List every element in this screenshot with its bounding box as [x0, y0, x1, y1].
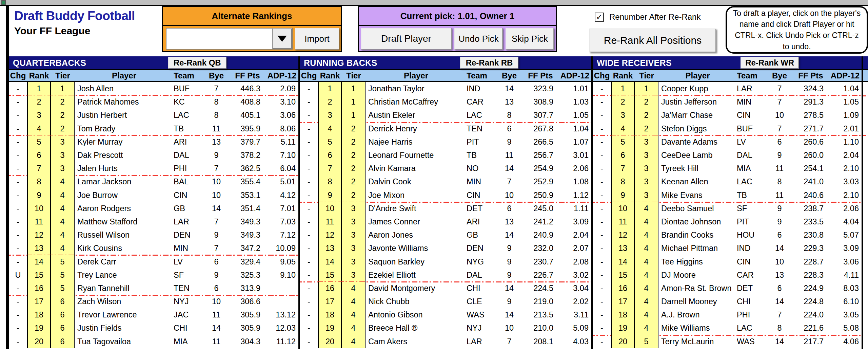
cell-player[interactable]: Deebo Samuel [658, 202, 737, 215]
cell-team: PIT [737, 215, 767, 228]
cell-chg: - [9, 242, 27, 255]
rerank-button[interactable]: Re-Rank RB [460, 57, 518, 69]
player-row: -84Lamar JacksonBAL10355.45.01 [9, 175, 298, 188]
table-body: -11Cooper KuppLAR7324.31.04-22Justin Jef… [593, 82, 862, 349]
cell-player[interactable]: Michael Pittman [658, 242, 737, 255]
cell-rank: 5 [318, 135, 342, 149]
col-header-chg: Chg [9, 70, 27, 81]
cell-player[interactable]: Lamar Jackson [75, 175, 174, 188]
alternate-rankings-dropdown[interactable] [166, 28, 293, 50]
cell-player[interactable]: Zach Wilson [75, 295, 174, 308]
cell-player[interactable]: CeeDee Lamb [658, 149, 737, 162]
cell-player[interactable]: Brandin Cooks [658, 228, 737, 242]
cell-player[interactable]: Derrick Henry [366, 122, 467, 135]
cell-player[interactable]: Saquon Barkley [366, 255, 467, 268]
cell-player[interactable]: Aaron Rodgers [75, 202, 174, 215]
cell-player[interactable]: Tom Brady [75, 122, 174, 135]
undo-pick-button[interactable]: Undo Pick [454, 28, 503, 50]
cell-player[interactable]: Derek Carr [75, 255, 174, 268]
cell-bye: 6 [497, 122, 521, 135]
cell-tier: 4 [635, 228, 658, 242]
cell-player[interactable]: Stefon Diggs [658, 122, 737, 135]
cell-player[interactable]: Austin Ekeler [366, 109, 467, 122]
cell-ffpts: 228.3 [792, 269, 830, 282]
player-row: -134Kirk CousinsMIN7347.210.09 [9, 242, 298, 255]
cell-player[interactable]: Aaron Jones [366, 228, 467, 242]
cell-player[interactable]: Joe Burrow [75, 189, 174, 202]
cell-player[interactable]: Tyreek Hill [658, 162, 737, 175]
cell-chg: - [300, 109, 318, 122]
cell-player[interactable]: Dalvin Cook [366, 175, 467, 188]
cell-player[interactable]: Patrick Mahomes [75, 95, 174, 109]
cell-player[interactable]: Antonio Gibson [366, 308, 467, 322]
cell-player[interactable]: Najee Harris [366, 135, 467, 149]
cell-player[interactable]: Nick Chubb [366, 295, 467, 308]
col-header-adp-12: ADP-12 [559, 70, 591, 81]
cell-player[interactable]: Jalen Hurts [75, 162, 174, 175]
cell-player[interactable]: Justin Jefferson [658, 95, 737, 109]
skip-pick-button[interactable]: Skip Pick [506, 28, 554, 50]
cell-player[interactable]: Tua Tagovailoa [75, 335, 174, 348]
cell-player[interactable]: Trevor Lawrence [75, 308, 174, 322]
rerank-button[interactable]: Re-Rank QB [168, 57, 226, 69]
cell-player[interactable]: Joe Mixon [366, 189, 467, 202]
cell-player[interactable]: Amon-Ra St. Brown [658, 282, 737, 295]
cell-player[interactable]: Darnell Mooney [658, 295, 737, 308]
cell-player[interactable]: Cooper Kupp [658, 82, 737, 95]
cell-player[interactable]: Mike Williams [658, 322, 737, 335]
cell-player[interactable]: Jonathan Taylor [366, 82, 467, 95]
cell-tier: 6 [51, 335, 75, 348]
cell-player[interactable]: Alvin Kamara [366, 162, 467, 175]
cell-player[interactable]: DJ Moore [658, 269, 737, 282]
cell-chg: - [300, 202, 318, 215]
cell-player[interactable]: Javonte Williams [366, 242, 467, 255]
cell-player[interactable]: Josh Allen [75, 82, 174, 95]
cell-player[interactable]: James Conner [366, 215, 467, 228]
cell-player[interactable]: Davante Adams [658, 135, 737, 149]
cell-player[interactable]: Tee Higgins [658, 255, 737, 268]
cell-ffpts: 228.7 [792, 255, 830, 268]
cell-player[interactable]: Russell Wilson [75, 228, 174, 242]
cell-player[interactable]: Diontae Johnson [658, 215, 737, 228]
cell-player[interactable]: Kirk Cousins [75, 242, 174, 255]
cell-player[interactable]: Justin Herbert [75, 109, 174, 122]
cell-player[interactable]: Dak Prescott [75, 149, 174, 162]
import-button[interactable]: Import [295, 28, 339, 50]
rerank-button[interactable]: Re-Rank WR [741, 57, 799, 69]
cell-player[interactable]: Kyler Murray [75, 135, 174, 149]
cell-player[interactable]: Trey Lance [75, 269, 174, 282]
cell-player[interactable]: Mike Evans [658, 189, 737, 202]
cell-adp: 2.09 [267, 82, 298, 95]
cell-adp: 4.12 [267, 189, 298, 202]
cell-chg: - [300, 149, 318, 162]
dropdown-value[interactable] [166, 29, 272, 49]
draft-player-button[interactable]: Draft Player [361, 28, 452, 50]
cell-player[interactable]: Matthew Stafford [75, 215, 174, 228]
cell-player[interactable]: Christian McCaffrey [366, 95, 467, 109]
cell-team: DAL [467, 269, 497, 282]
cell-player[interactable]: Ja'Marr Chase [658, 109, 737, 122]
cell-chg: - [9, 308, 27, 322]
cell-adp: 2.10 [830, 189, 862, 202]
cell-tier: 1 [342, 95, 366, 109]
column-header-row: ChgRankTierPlayerTeamByeFF PtsADP-12 [9, 69, 298, 82]
cell-player[interactable]: Terry McLaurin [658, 335, 737, 348]
cell-player[interactable]: Leonard Fournette [366, 149, 467, 162]
cell-player[interactable]: Cam Akers [366, 335, 467, 348]
cell-ffpts: 210.0 [521, 322, 559, 335]
cell-player[interactable]: Ryan Tannehill [75, 282, 174, 295]
renumber-checkbox[interactable]: ✓ [595, 13, 604, 22]
rerank-all-positions-button[interactable]: Re-Rank All Positions [589, 29, 716, 52]
cell-player[interactable]: Ezekiel Elliott [366, 269, 467, 282]
cell-rank: 2 [318, 95, 342, 109]
cell-player[interactable]: D'Andre Swift [366, 202, 467, 215]
cell-bye: 9 [497, 255, 521, 268]
cell-adp: 8.06 [267, 122, 298, 135]
cell-selection-handle[interactable] [1, 0, 6, 5]
cell-player[interactable]: Justin Fields [75, 322, 174, 335]
dropdown-arrow-button[interactable] [272, 29, 292, 49]
cell-player[interactable]: Breece Hall ® [366, 322, 467, 335]
cell-player[interactable]: David Montgomery [366, 282, 467, 295]
cell-player[interactable]: A.J. Brown [658, 308, 737, 322]
cell-player[interactable]: Keenan Allen [658, 175, 737, 188]
